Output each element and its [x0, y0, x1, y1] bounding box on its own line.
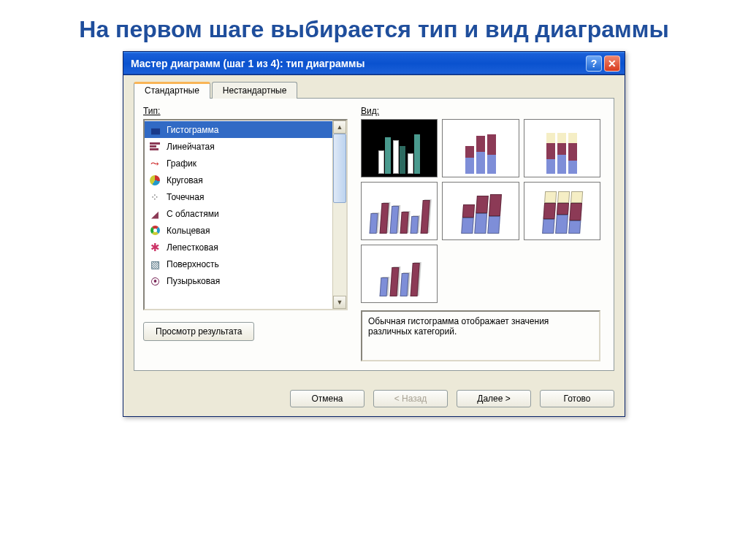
- subtype-3d-stacked-column[interactable]: [442, 182, 519, 240]
- tab-content: Тип: Гистограмма Линейчатая: [134, 98, 614, 371]
- type-item-scatter[interactable]: Точечная: [145, 188, 332, 205]
- pie-icon: [148, 174, 162, 187]
- tab-custom[interactable]: Нестандартные: [212, 82, 298, 99]
- chart-wizard-window: Мастер диаграмм (шаг 1 из 4): тип диагра…: [123, 51, 625, 417]
- close-button[interactable]: ✕: [604, 55, 620, 72]
- scroll-down-button[interactable]: ▼: [333, 296, 346, 309]
- view-column: Вид:: [361, 106, 605, 361]
- scroll-track[interactable]: [333, 134, 346, 296]
- type-item-label: Поверхность: [167, 259, 219, 269]
- type-listbox[interactable]: Гистограмма Линейчатая График Круго: [143, 119, 348, 310]
- type-item-label: Линейчатая: [167, 142, 215, 152]
- type-item-histogram[interactable]: Гистограмма: [145, 121, 332, 138]
- type-item-radar[interactable]: Лепестковая: [145, 239, 332, 256]
- type-item-label: Пузырьковая: [167, 276, 220, 286]
- view-label: Вид:: [361, 106, 605, 116]
- surface-icon: [148, 258, 162, 271]
- preview-result-button[interactable]: Просмотр результата: [143, 322, 254, 341]
- type-item-area[interactable]: С областями: [145, 205, 332, 222]
- area-icon: [148, 207, 162, 220]
- dialog-button-row: Отмена < Назад Далее > Готово: [123, 381, 625, 416]
- dialog-body: Стандартные Нестандартные Тип: Гистограм…: [123, 75, 625, 381]
- type-item-pie[interactable]: Круговая: [145, 172, 332, 188]
- tab-standard[interactable]: Стандартные: [134, 82, 210, 99]
- page-heading: На первом шаге выбирается тип и вид диаг…: [29, 15, 719, 44]
- type-item-label: Лепестковая: [167, 242, 218, 253]
- hbar-icon: [148, 140, 162, 153]
- type-item-label: Кольцевая: [167, 226, 210, 236]
- bars-icon: [148, 123, 162, 137]
- subtype-3d-column[interactable]: [361, 245, 438, 303]
- type-item-line[interactable]: График: [145, 155, 332, 172]
- titlebar[interactable]: Мастер диаграмм (шаг 1 из 4): тип диагра…: [123, 52, 625, 75]
- help-button[interactable]: ?: [586, 55, 602, 72]
- scatter-icon: [148, 191, 162, 204]
- list-scrollbar[interactable]: ▲ ▼: [332, 120, 346, 309]
- finish-button[interactable]: Готово: [540, 390, 614, 407]
- scroll-up-button[interactable]: ▲: [333, 120, 346, 134]
- subtype-description: Обычная гистограмма отображает значения …: [361, 310, 600, 361]
- type-item-label: График: [167, 158, 196, 169]
- radar-icon: [148, 241, 162, 254]
- donut-icon: [148, 224, 162, 237]
- back-button[interactable]: < Назад: [373, 390, 448, 407]
- next-button[interactable]: Далее >: [457, 390, 531, 407]
- subtype-stacked-column[interactable]: [442, 119, 519, 177]
- type-item-bubble[interactable]: Пузырьковая: [145, 272, 332, 289]
- type-label: Тип:: [143, 106, 348, 116]
- type-item-surface[interactable]: Поверхность: [145, 256, 332, 272]
- type-item-label: Точечная: [167, 192, 204, 202]
- type-item-donut[interactable]: Кольцевая: [145, 222, 332, 239]
- scroll-thumb[interactable]: [333, 134, 346, 203]
- type-item-label: С областями: [167, 209, 219, 219]
- cancel-button[interactable]: Отмена: [290, 390, 365, 407]
- bubble-icon: [148, 275, 162, 288]
- subtype-3d-clustered-column[interactable]: [361, 182, 438, 240]
- type-item-label: Гистограмма: [167, 125, 218, 135]
- line-icon: [148, 157, 162, 170]
- type-item-bar[interactable]: Линейчатая: [145, 138, 332, 155]
- tab-strip: Стандартные Нестандартные: [134, 81, 614, 98]
- type-item-label: Круговая: [167, 175, 203, 185]
- type-list: Гистограмма Линейчатая График Круго: [145, 120, 332, 309]
- subtype-3d-100pct-stacked-column[interactable]: [524, 182, 600, 240]
- subtype-100pct-stacked-column[interactable]: [524, 119, 600, 177]
- view-grid: [361, 119, 600, 303]
- type-column: Тип: Гистограмма Линейчатая: [143, 106, 348, 361]
- window-title: Мастер диаграмм (шаг 1 из 4): тип диагра…: [131, 58, 584, 69]
- subtype-clustered-column[interactable]: [361, 119, 438, 177]
